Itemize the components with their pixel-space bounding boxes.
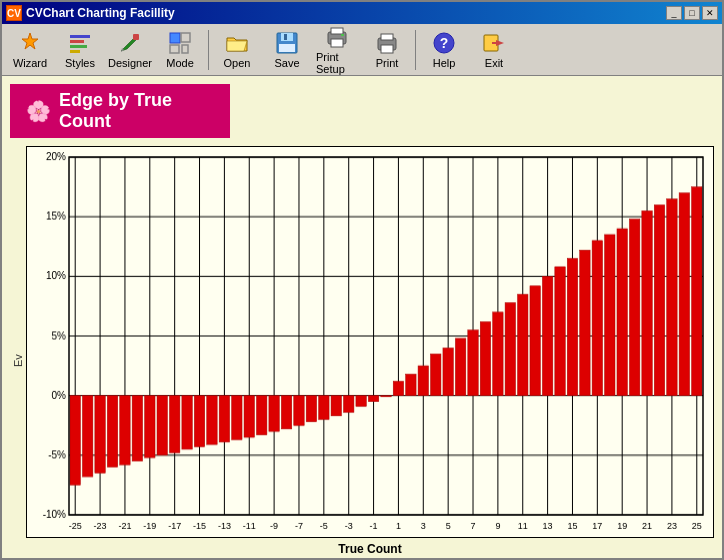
separator-1 <box>208 30 209 70</box>
svg-rect-0 <box>70 35 90 38</box>
save-icon <box>275 31 299 55</box>
svg-rect-2 <box>70 45 87 48</box>
help-button[interactable]: ? Help <box>420 27 468 73</box>
main-window: CV CVChart Charting Facillity _ □ ✕ Wiza… <box>0 0 724 560</box>
exit-label: Exit <box>485 57 503 69</box>
print-icon <box>375 31 399 55</box>
chart-title-icon: 🌸 <box>26 99 51 123</box>
print-button[interactable]: Print <box>363 27 411 73</box>
svg-rect-3 <box>70 50 80 53</box>
exit-button[interactable]: Exit <box>470 27 518 73</box>
save-button[interactable]: Save <box>263 27 311 73</box>
designer-label: Designer <box>108 57 152 69</box>
chart-canvas <box>27 147 713 537</box>
svg-rect-15 <box>341 34 344 36</box>
mode-icon <box>168 31 192 55</box>
open-icon <box>225 31 249 55</box>
x-axis-title: True Count <box>26 542 714 556</box>
separator-2 <box>415 30 416 70</box>
svg-rect-10 <box>284 34 287 40</box>
maximize-button[interactable]: □ <box>684 6 700 20</box>
styles-label: Styles <box>65 57 95 69</box>
svg-rect-5 <box>170 33 180 43</box>
print-setup-icon <box>325 25 349 49</box>
svg-rect-18 <box>381 45 393 53</box>
window-controls: _ □ ✕ <box>666 6 718 20</box>
svg-rect-6 <box>181 33 190 42</box>
svg-rect-4 <box>133 34 139 40</box>
y-axis-label: Ev <box>10 146 26 556</box>
open-button[interactable]: Open <box>213 27 261 73</box>
svg-rect-11 <box>279 44 295 52</box>
svg-rect-1 <box>70 40 84 43</box>
wizard-label: Wizard <box>13 57 47 69</box>
chart-inner: True Count <box>26 146 714 556</box>
print-setup-button[interactable]: Print Setup <box>313 27 361 73</box>
app-icon: CV <box>6 5 22 21</box>
svg-rect-13 <box>331 28 343 34</box>
chart-area: Ev True Count <box>10 146 714 556</box>
chart-title-text: Edge by True Count <box>59 90 214 132</box>
print-setup-label: Print Setup <box>316 51 358 75</box>
svg-rect-7 <box>170 45 179 53</box>
open-label: Open <box>224 57 251 69</box>
designer-icon <box>118 31 142 55</box>
minimize-button[interactable]: _ <box>666 6 682 20</box>
chart-plot <box>26 146 714 538</box>
chart-title-bar: 🌸 Edge by True Count <box>10 84 230 138</box>
content-area: 🌸 Edge by True Count Ev True Count <box>2 76 722 558</box>
print-label: Print <box>376 57 399 69</box>
close-button[interactable]: ✕ <box>702 6 718 20</box>
mode-label: Mode <box>166 57 194 69</box>
help-label: Help <box>433 57 456 69</box>
svg-rect-14 <box>331 39 343 47</box>
help-icon: ? <box>432 31 456 55</box>
toolbar: Wizard Styles Designer <box>2 24 722 76</box>
exit-icon <box>482 31 506 55</box>
save-label: Save <box>274 57 299 69</box>
wizard-icon <box>18 31 42 55</box>
svg-rect-17 <box>381 34 393 40</box>
styles-button[interactable]: Styles <box>56 27 104 73</box>
title-bar: CV CVChart Charting Facillity _ □ ✕ <box>2 2 722 24</box>
styles-icon <box>68 31 92 55</box>
window-title: CVChart Charting Facillity <box>26 6 662 20</box>
mode-button[interactable]: Mode <box>156 27 204 73</box>
wizard-button[interactable]: Wizard <box>6 27 54 73</box>
svg-text:?: ? <box>440 35 449 51</box>
designer-button[interactable]: Designer <box>106 27 154 73</box>
